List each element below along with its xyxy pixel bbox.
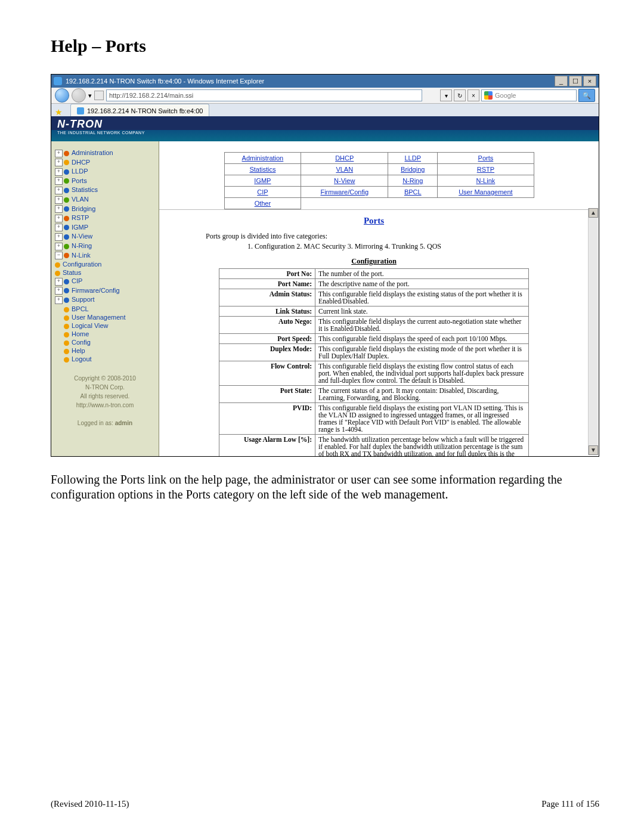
back-button[interactable]: [55, 88, 69, 103]
tree-bridging[interactable]: +Bridging: [55, 205, 155, 214]
grid-usermgmt[interactable]: User Management: [459, 188, 513, 196]
grid-firmware[interactable]: Firmware/Config: [320, 188, 369, 196]
tree-igmp[interactable]: +IGMP: [55, 223, 155, 233]
definition-value: This configurable field displays the exi…: [315, 289, 529, 306]
refresh-button[interactable]: ↻: [454, 89, 466, 101]
grid-igmp[interactable]: IGMP: [254, 177, 271, 184]
definition-key: Duplex Mode:: [219, 344, 315, 361]
help-link-grid: Administration DHCP LLDP Ports Statistic…: [224, 152, 534, 209]
tree-rstp[interactable]: +RSTP: [55, 213, 155, 223]
favorites-icon[interactable]: ★: [55, 107, 64, 117]
tree-logout[interactable]: Logout: [55, 355, 155, 363]
definition-key: Link Status:: [219, 306, 315, 317]
search-box[interactable]: Google: [481, 89, 577, 101]
page-favicon-icon: [94, 91, 104, 100]
address-bar[interactable]: http://192.168.2.214/main.ssi: [106, 89, 422, 101]
definition-table: Port No:The number of the port.Port Name…: [219, 268, 529, 456]
grid-nring[interactable]: N-Ring: [402, 177, 423, 184]
definition-row: Usage Alarm Low [%]:The bandwidth utiliz…: [219, 435, 529, 457]
definition-value: The current status of a port. It may con…: [315, 386, 529, 403]
definition-row: Auto Nego:This configurable field displa…: [219, 317, 529, 334]
tree-config[interactable]: Config: [55, 338, 155, 346]
browser-tabbar: ★ 192.168.2.214 N-TRON Switch fb:e4:00: [51, 104, 599, 117]
scroll-down-icon[interactable]: ▼: [589, 445, 598, 455]
tree-lldp[interactable]: +LLDP: [55, 167, 155, 176]
tree-dhcp[interactable]: +DHCP: [55, 158, 155, 168]
tree-cip[interactable]: +CIP: [55, 277, 155, 286]
tree-home[interactable]: Home: [55, 330, 155, 338]
grid-bpcl[interactable]: BPCL: [404, 188, 422, 196]
url-dropdown-button[interactable]: ▾: [440, 89, 452, 101]
definition-key: Port Speed:: [219, 334, 315, 344]
grid-administration[interactable]: Administration: [242, 154, 284, 162]
brand-banner: N-TRON THE INDUSTRIAL NETWORK COMPANY: [51, 116, 599, 141]
stop-button[interactable]: ×: [467, 89, 479, 101]
tree-help[interactable]: Help: [55, 346, 155, 355]
window-title: 192.168.2.214 N-TRON Switch fb:e4:00 - W…: [66, 78, 264, 85]
main-pane: Administration DHCP LLDP Ports Statistic…: [159, 116, 599, 456]
window-titlebar: 192.168.2.214 N-TRON Switch fb:e4:00 - W…: [51, 75, 599, 88]
grid-nlink[interactable]: N-Link: [476, 177, 496, 184]
definition-row: Admin Status:This configurable field dis…: [219, 289, 529, 306]
browser-toolbar: ▾ http://192.168.2.214/main.ssi ▾ ↻ × Go…: [51, 88, 599, 104]
definition-key: Auto Nego:: [219, 317, 315, 334]
search-button[interactable]: 🔍: [578, 89, 595, 102]
nav-dropdown-icon[interactable]: ▾: [88, 92, 92, 100]
tree-firmware[interactable]: +Firmware/Config: [55, 286, 155, 296]
grid-statistics[interactable]: Statistics: [249, 166, 275, 173]
grid-other[interactable]: Other: [255, 200, 271, 207]
screenshot-frame: 192.168.2.214 N-TRON Switch fb:e4:00 - W…: [51, 74, 599, 457]
footer-revised: (Revised 2010-11-15): [51, 799, 129, 809]
grid-dhcp[interactable]: DHCP: [335, 154, 354, 162]
definition-key: Port No:: [219, 269, 315, 279]
tab-title: 192.168.2.214 N-TRON Switch fb:e4:00: [87, 107, 203, 114]
grid-rstp[interactable]: RSTP: [477, 166, 494, 173]
tree-bpcl[interactable]: BPCL: [55, 305, 155, 313]
content-scrollbar[interactable]: ▲ ▼: [588, 208, 598, 455]
ie-favicon-icon: [54, 77, 62, 85]
tree-nlink[interactable]: −N-Link: [55, 251, 155, 261]
tree-logical-view[interactable]: Logical View: [55, 321, 155, 330]
grid-nview[interactable]: N-View: [334, 177, 355, 184]
definition-value: The number of the port.: [315, 269, 529, 279]
close-button[interactable]: ×: [583, 76, 596, 86]
tree-statistics[interactable]: +Statistics: [55, 185, 155, 195]
help-section: Configuration: [170, 257, 578, 266]
body-paragraph: Following the Ports link on the help pag…: [51, 472, 599, 502]
definition-key: Flow Control:: [219, 361, 315, 386]
tree-nring[interactable]: +N-Ring: [55, 241, 155, 251]
tree-nview[interactable]: +N-View: [55, 232, 155, 241]
grid-ports[interactable]: Ports: [478, 154, 494, 162]
google-logo-icon: [484, 91, 493, 100]
grid-cip[interactable]: CIP: [257, 188, 268, 196]
page-footer: (Revised 2010-11-15) Page 111 of 156: [51, 799, 599, 809]
definition-key: PVID:: [219, 403, 315, 435]
scroll-up-icon[interactable]: ▲: [589, 208, 598, 218]
grid-bridging[interactable]: Bridging: [401, 166, 425, 173]
definition-row: Port No:The number of the port.: [219, 269, 529, 279]
help-content: Ports Ports group is divided into five c…: [159, 209, 589, 456]
tree-support[interactable]: +Support: [55, 295, 155, 305]
definition-value: Current link state.: [315, 306, 529, 317]
help-title: Ports: [170, 216, 578, 226]
help-categories: 1. Configuration 2. MAC Security 3. Mirr…: [247, 242, 578, 251]
forward-button[interactable]: [72, 88, 86, 103]
tree-vlan[interactable]: +VLAN: [55, 195, 155, 205]
brand-logo: N-TRON: [57, 118, 103, 131]
tree-nlink-config[interactable]: Configuration: [55, 260, 155, 268]
tree-nlink-status[interactable]: Status: [55, 268, 155, 277]
definition-key: Usage Alarm Low [%]:: [219, 435, 315, 457]
minimize-button[interactable]: _: [555, 76, 568, 86]
browser-tab[interactable]: 192.168.2.214 N-TRON Switch fb:e4:00: [70, 104, 209, 117]
definition-value: This configurable field displays the exi…: [315, 403, 529, 435]
grid-vlan[interactable]: VLAN: [336, 166, 353, 173]
tree-usermgmt[interactable]: User Management: [55, 313, 155, 321]
footer-page: Page 111 of 156: [541, 799, 599, 809]
definition-row: Port Speed:This configurable field displ…: [219, 334, 529, 344]
definition-row: Port Name:The descriptive name of the po…: [219, 279, 529, 289]
search-placeholder: Google: [495, 92, 516, 99]
tree-administration[interactable]: +Administration: [55, 148, 155, 158]
maximize-button[interactable]: ☐: [569, 76, 582, 86]
grid-lldp[interactable]: LLDP: [404, 154, 421, 162]
tree-ports[interactable]: +Ports: [55, 176, 155, 186]
